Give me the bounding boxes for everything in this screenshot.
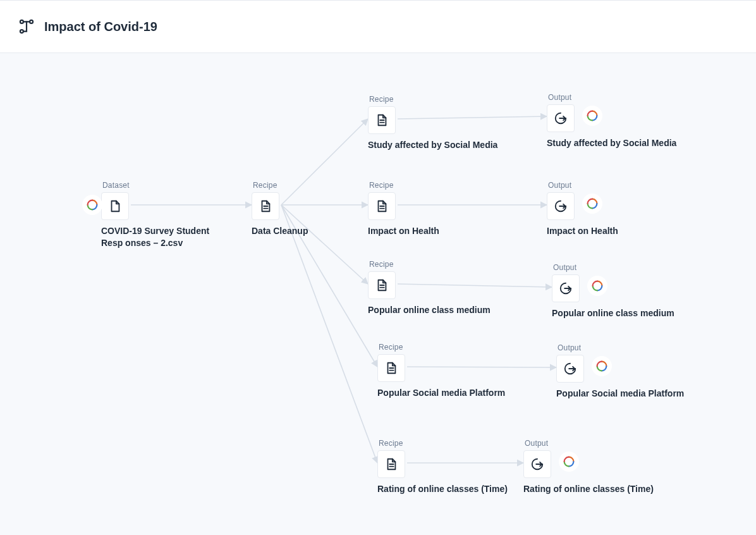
- node-output-rating-online-classes[interactable]: Output Rating of online classes (Time): [523, 439, 669, 495]
- swirl-icon: [559, 452, 579, 472]
- output-icon: [547, 104, 575, 132]
- output-icon: [552, 274, 580, 302]
- recipe-icon: [377, 450, 405, 478]
- node-kind-label: Output: [525, 439, 669, 448]
- node-dataset-covid-survey[interactable]: Dataset COVID-19 Survey Student Resp ons…: [101, 181, 247, 249]
- node-output-popular-online-class-medium[interactable]: Output Popular online class medium: [552, 263, 697, 319]
- node-kind-label: Recipe: [369, 260, 513, 269]
- node-recipe-popular-social-platform[interactable]: Recipe Popular Social media Platform: [377, 343, 523, 399]
- node-kind-label: Output: [553, 263, 697, 272]
- recipe-icon: [368, 192, 396, 220]
- page-title: Impact of Covid-19: [44, 20, 157, 34]
- node-recipe-rating-online-classes[interactable]: Recipe Rating of online classes (Time): [377, 439, 523, 495]
- node-recipe-popular-online-class-medium[interactable]: Recipe Popular online class medium: [368, 260, 513, 316]
- node-kind-label: Recipe: [379, 439, 523, 448]
- recipe-icon: [368, 106, 396, 134]
- node-kind-label: Dataset: [102, 181, 247, 190]
- node-output-popular-social-platform[interactable]: Output Popular Social media Platform: [556, 343, 702, 400]
- node-output-study-social-media[interactable]: Output Study affected by Social Media: [547, 93, 692, 149]
- node-title: Rating of online classes (Time): [523, 483, 669, 495]
- node-title: COVID-19 Survey Student Resp onses – 2.c…: [101, 225, 228, 249]
- node-title: Study affected by Social Media: [368, 139, 513, 151]
- node-kind-label: Output: [548, 181, 692, 190]
- node-title: Impact on Health: [368, 225, 513, 237]
- node-recipe-study-social-media[interactable]: Recipe Study affected by Social Media: [368, 95, 513, 151]
- output-icon: [547, 192, 575, 220]
- header-bar: Impact of Covid-19: [0, 0, 756, 53]
- node-title: Popular Social media Platform: [377, 387, 523, 399]
- node-recipe-impact-health[interactable]: Recipe Impact on Health: [368, 181, 513, 237]
- node-kind-label: Output: [548, 93, 692, 102]
- flow-icon: [18, 18, 35, 35]
- node-kind-label: Recipe: [369, 181, 513, 190]
- node-title: Impact on Health: [547, 225, 692, 237]
- node-kind-label: Recipe: [379, 343, 523, 352]
- recipe-icon: [252, 192, 279, 220]
- node-title: Rating of online classes (Time): [377, 483, 523, 495]
- output-icon: [556, 355, 584, 383]
- recipe-icon: [368, 271, 396, 299]
- node-title: Study affected by Social Media: [547, 137, 692, 149]
- swirl-icon: [587, 276, 607, 296]
- flow-canvas[interactable]: Dataset COVID-19 Survey Student Resp ons…: [0, 53, 756, 535]
- node-title: Popular online class medium: [368, 304, 513, 316]
- swirl-icon: [592, 356, 612, 376]
- node-kind-label: Recipe: [369, 95, 513, 104]
- node-kind-label: Output: [558, 343, 702, 352]
- recipe-icon: [377, 354, 405, 382]
- output-icon: [523, 450, 551, 478]
- node-output-impact-health[interactable]: Output Impact on Health: [547, 181, 692, 237]
- node-title: Popular Social media Platform: [556, 388, 702, 400]
- node-title: Popular online class medium: [552, 307, 697, 319]
- file-icon: [101, 192, 129, 220]
- swirl-icon: [582, 194, 602, 214]
- swirl-icon: [82, 195, 102, 215]
- swirl-icon: [582, 106, 602, 126]
